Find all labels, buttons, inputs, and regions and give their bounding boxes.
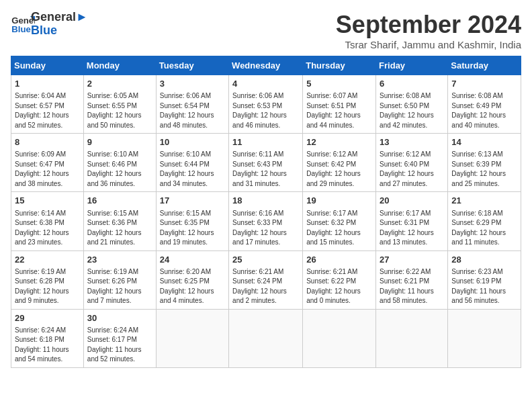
- day-info: Sunrise: 6:13 AMSunset: 6:39 PMDaylight:…: [451, 150, 517, 189]
- calendar-week-row: 22Sunrise: 6:19 AMSunset: 6:28 PMDayligh…: [11, 250, 521, 309]
- day-info: Sunrise: 6:22 AMSunset: 6:21 PMDaylight:…: [380, 267, 444, 306]
- weekday-header-wednesday: Wednesday: [229, 56, 303, 75]
- day-info: Sunrise: 6:09 AMSunset: 6:47 PMDaylight:…: [15, 150, 80, 189]
- day-info: Sunrise: 6:10 AMSunset: 6:44 PMDaylight:…: [160, 150, 225, 189]
- calendar-cell: [229, 309, 303, 367]
- day-number: 19: [306, 195, 372, 207]
- calendar-cell: 9Sunrise: 6:10 AMSunset: 6:46 PMDaylight…: [83, 134, 156, 192]
- month-title: September 2024: [336, 11, 521, 39]
- calendar-cell: 30Sunrise: 6:24 AMSunset: 6:17 PMDayligh…: [83, 309, 156, 367]
- calendar-cell: 16Sunrise: 6:15 AMSunset: 6:36 PMDayligh…: [83, 192, 156, 250]
- logo-general: General►: [31, 11, 88, 24]
- weekday-header-sunday: Sunday: [11, 56, 84, 75]
- day-number: 2: [87, 78, 152, 90]
- calendar-cell: 15Sunrise: 6:14 AMSunset: 6:38 PMDayligh…: [11, 192, 84, 250]
- logo: General Blue General► Blue: [11, 11, 88, 38]
- location-subtitle: Tsrar Sharif, Jammu and Kashmir, India: [336, 39, 521, 50]
- day-number: 28: [451, 254, 517, 266]
- weekday-header-saturday: Saturday: [448, 56, 521, 75]
- calendar-cell: [376, 309, 448, 367]
- day-info: Sunrise: 6:23 AMSunset: 6:19 PMDaylight:…: [451, 267, 517, 306]
- day-number: 16: [87, 195, 152, 207]
- calendar-cell: 22Sunrise: 6:19 AMSunset: 6:28 PMDayligh…: [11, 250, 84, 309]
- day-number: 13: [380, 136, 444, 148]
- calendar-cell: 19Sunrise: 6:17 AMSunset: 6:32 PMDayligh…: [303, 192, 376, 250]
- weekday-header-thursday: Thursday: [303, 56, 376, 75]
- day-number: 15: [15, 195, 80, 207]
- day-info: Sunrise: 6:08 AMSunset: 6:50 PMDaylight:…: [380, 91, 444, 130]
- calendar-cell: 7Sunrise: 6:08 AMSunset: 6:49 PMDaylight…: [448, 75, 521, 134]
- calendar-cell: 28Sunrise: 6:23 AMSunset: 6:19 PMDayligh…: [448, 250, 521, 309]
- weekday-header-tuesday: Tuesday: [156, 56, 228, 75]
- day-number: 25: [232, 254, 299, 266]
- day-info: Sunrise: 6:17 AMSunset: 6:31 PMDaylight:…: [380, 209, 444, 248]
- calendar-table: SundayMondayTuesdayWednesdayThursdayFrid…: [11, 56, 521, 368]
- day-info: Sunrise: 6:05 AMSunset: 6:55 PMDaylight:…: [87, 91, 152, 130]
- day-info: Sunrise: 6:12 AMSunset: 6:42 PMDaylight:…: [306, 150, 372, 189]
- calendar-cell: 26Sunrise: 6:21 AMSunset: 6:22 PMDayligh…: [303, 250, 376, 309]
- day-number: 6: [380, 78, 444, 90]
- day-number: 1: [15, 78, 80, 90]
- day-number: 9: [87, 136, 152, 148]
- day-info: Sunrise: 6:15 AMSunset: 6:35 PMDaylight:…: [160, 209, 225, 248]
- calendar-body: 1Sunrise: 6:04 AMSunset: 6:57 PMDaylight…: [11, 75, 521, 368]
- day-info: Sunrise: 6:08 AMSunset: 6:49 PMDaylight:…: [451, 91, 517, 130]
- day-info: Sunrise: 6:04 AMSunset: 6:57 PMDaylight:…: [15, 91, 80, 130]
- day-number: 30: [87, 312, 152, 324]
- calendar-cell: 8Sunrise: 6:09 AMSunset: 6:47 PMDaylight…: [11, 134, 84, 192]
- day-info: Sunrise: 6:24 AMSunset: 6:17 PMDaylight:…: [87, 326, 152, 365]
- day-info: Sunrise: 6:19 AMSunset: 6:28 PMDaylight:…: [15, 267, 80, 306]
- calendar-cell: 17Sunrise: 6:15 AMSunset: 6:35 PMDayligh…: [156, 192, 228, 250]
- day-info: Sunrise: 6:06 AMSunset: 6:53 PMDaylight:…: [232, 91, 299, 130]
- calendar-header-row: SundayMondayTuesdayWednesdayThursdayFrid…: [11, 56, 521, 75]
- title-area: September 2024 Tsrar Sharif, Jammu and K…: [336, 11, 521, 50]
- calendar-cell: 12Sunrise: 6:12 AMSunset: 6:42 PMDayligh…: [303, 134, 376, 192]
- day-number: 17: [160, 195, 225, 207]
- calendar-cell: 29Sunrise: 6:24 AMSunset: 6:18 PMDayligh…: [11, 309, 84, 367]
- calendar-cell: 21Sunrise: 6:18 AMSunset: 6:29 PMDayligh…: [448, 192, 521, 250]
- day-number: 11: [232, 136, 299, 148]
- calendar-week-row: 1Sunrise: 6:04 AMSunset: 6:57 PMDaylight…: [11, 75, 521, 134]
- calendar-cell: 14Sunrise: 6:13 AMSunset: 6:39 PMDayligh…: [448, 134, 521, 192]
- calendar-cell: 10Sunrise: 6:10 AMSunset: 6:44 PMDayligh…: [156, 134, 228, 192]
- day-number: 3: [160, 78, 225, 90]
- day-number: 26: [306, 254, 372, 266]
- logo-arrow-shape: ►: [76, 10, 88, 24]
- calendar-week-row: 29Sunrise: 6:24 AMSunset: 6:18 PMDayligh…: [11, 309, 521, 367]
- calendar-cell: 2Sunrise: 6:05 AMSunset: 6:55 PMDaylight…: [83, 75, 156, 134]
- day-number: 21: [451, 195, 517, 207]
- calendar-week-row: 8Sunrise: 6:09 AMSunset: 6:47 PMDaylight…: [11, 134, 521, 192]
- day-info: Sunrise: 6:16 AMSunset: 6:33 PMDaylight:…: [232, 209, 299, 248]
- calendar-cell: 1Sunrise: 6:04 AMSunset: 6:57 PMDaylight…: [11, 75, 84, 134]
- day-number: 29: [15, 312, 80, 324]
- calendar-cell: 13Sunrise: 6:12 AMSunset: 6:40 PMDayligh…: [376, 134, 448, 192]
- day-number: 5: [306, 78, 372, 90]
- calendar-cell: [156, 309, 228, 367]
- svg-text:Blue: Blue: [11, 24, 31, 34]
- calendar-cell: 23Sunrise: 6:19 AMSunset: 6:26 PMDayligh…: [83, 250, 156, 309]
- calendar-week-row: 15Sunrise: 6:14 AMSunset: 6:38 PMDayligh…: [11, 192, 521, 250]
- day-info: Sunrise: 6:10 AMSunset: 6:46 PMDaylight:…: [87, 150, 152, 189]
- day-info: Sunrise: 6:06 AMSunset: 6:54 PMDaylight:…: [160, 91, 225, 130]
- day-info: Sunrise: 6:19 AMSunset: 6:26 PMDaylight:…: [87, 267, 152, 306]
- day-number: 24: [160, 254, 225, 266]
- day-number: 14: [451, 136, 517, 148]
- day-info: Sunrise: 6:24 AMSunset: 6:18 PMDaylight:…: [15, 326, 80, 365]
- day-info: Sunrise: 6:17 AMSunset: 6:32 PMDaylight:…: [306, 209, 372, 248]
- weekday-header-friday: Friday: [376, 56, 448, 75]
- calendar-cell: 6Sunrise: 6:08 AMSunset: 6:50 PMDaylight…: [376, 75, 448, 134]
- day-number: 4: [232, 78, 299, 90]
- day-number: 20: [380, 195, 444, 207]
- day-info: Sunrise: 6:12 AMSunset: 6:40 PMDaylight:…: [380, 150, 444, 189]
- day-number: 22: [15, 254, 80, 266]
- calendar-cell: 18Sunrise: 6:16 AMSunset: 6:33 PMDayligh…: [229, 192, 303, 250]
- day-number: 18: [232, 195, 299, 207]
- header: General Blue General► Blue September 202…: [11, 11, 521, 50]
- day-info: Sunrise: 6:21 AMSunset: 6:22 PMDaylight:…: [306, 267, 372, 306]
- calendar-cell: [303, 309, 376, 367]
- logo-blue: Blue: [31, 24, 88, 38]
- day-info: Sunrise: 6:15 AMSunset: 6:36 PMDaylight:…: [87, 209, 152, 248]
- day-info: Sunrise: 6:20 AMSunset: 6:25 PMDaylight:…: [160, 267, 225, 306]
- day-number: 23: [87, 254, 152, 266]
- calendar-cell: 25Sunrise: 6:21 AMSunset: 6:24 PMDayligh…: [229, 250, 303, 309]
